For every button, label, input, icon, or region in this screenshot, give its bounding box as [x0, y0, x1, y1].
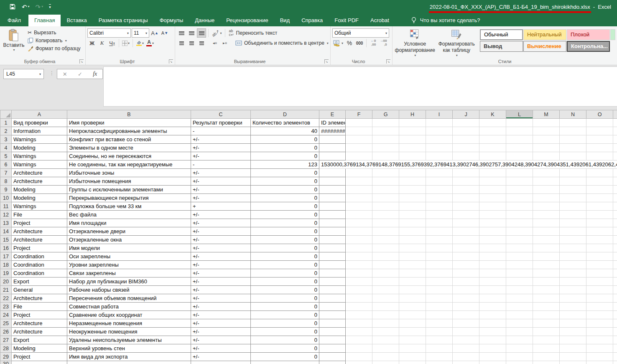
cell-B1[interactable]: Имя проверки [67, 119, 191, 127]
cell-empty[interactable] [399, 177, 426, 186]
cell-empty[interactable] [506, 152, 533, 160]
row-header-2[interactable]: 2 [0, 127, 12, 135]
cell-empty[interactable] [586, 303, 613, 311]
cell-C20[interactable]: +/- [191, 277, 251, 286]
cell-empty[interactable] [586, 311, 613, 319]
cell-empty[interactable] [372, 177, 399, 186]
cell-B5[interactable]: Соединены, но не пересекаются [67, 152, 191, 160]
cell-empty[interactable] [506, 344, 533, 353]
wrap-text-button[interactable]: abc↵ Переносить текст [227, 28, 279, 38]
cell-empty[interactable] [399, 261, 426, 269]
cell-empty[interactable] [586, 328, 613, 336]
copy-button[interactable]: Копировать▾ [26, 37, 82, 44]
cell-B29[interactable]: Имя вида для экспорта [67, 353, 191, 361]
cell-empty[interactable] [506, 127, 533, 135]
cell-D3[interactable]: 0 [251, 135, 319, 144]
cut-button[interactable]: ✂Вырезать [26, 29, 82, 36]
cell-empty[interactable] [506, 303, 533, 311]
cell-style-0[interactable]: Обычный [480, 29, 523, 40]
cell-empty[interactable] [586, 319, 613, 328]
cell-empty[interactable] [560, 344, 586, 353]
cell-empty[interactable] [586, 261, 613, 269]
cell-empty[interactable] [560, 236, 586, 244]
cell-empty[interactable] [560, 277, 586, 286]
cell-empty[interactable] [613, 227, 617, 236]
row-header-23[interactable]: 23 [0, 303, 12, 311]
cell-empty[interactable] [426, 294, 453, 303]
cell-empty[interactable] [346, 152, 372, 160]
cell-empty[interactable] [613, 319, 617, 328]
cell-empty[interactable] [613, 127, 617, 135]
cell-A16[interactable]: Project [12, 244, 67, 252]
cell-A13[interactable]: Project [12, 219, 67, 227]
cell-empty[interactable] [479, 252, 506, 261]
cell-E28[interactable] [319, 344, 346, 353]
font-dialog-launcher[interactable]: ↘ [169, 59, 173, 64]
cell-empty[interactable] [560, 361, 586, 364]
cell-empty[interactable] [426, 169, 453, 177]
cell-empty[interactable] [560, 319, 586, 328]
cell-empty[interactable] [453, 294, 479, 303]
borders-button[interactable]: ▾ [121, 38, 130, 48]
save-button[interactable] [9, 3, 16, 10]
cell-D25[interactable]: 0 [251, 319, 319, 328]
cell-empty[interactable] [453, 252, 479, 261]
cell-empty[interactable] [372, 211, 399, 219]
cell-empty[interactable] [560, 227, 586, 236]
cell-D14[interactable]: 0 [251, 227, 319, 236]
cell-empty[interactable] [586, 119, 613, 127]
cell-empty[interactable] [346, 303, 372, 311]
cell-empty[interactable] [560, 144, 586, 152]
cell-E2[interactable]: ######### [319, 127, 346, 135]
cell-empty[interactable] [533, 294, 560, 303]
cell-empty[interactable] [426, 336, 453, 344]
cell-empty[interactable] [560, 261, 586, 269]
cell-empty[interactable] [399, 211, 426, 219]
cell-empty[interactable] [426, 244, 453, 252]
cell-empty[interactable] [399, 119, 426, 127]
cell-empty[interactable] [479, 219, 506, 227]
cell-C8[interactable]: +/- [191, 177, 251, 186]
cell-empty[interactable] [453, 202, 479, 211]
cell-empty[interactable] [533, 336, 560, 344]
cell-empty[interactable] [346, 286, 372, 294]
row-header-19[interactable]: 19 [0, 269, 12, 277]
cell-E17[interactable] [319, 252, 346, 261]
cell-empty[interactable] [479, 202, 506, 211]
increase-decimal-button[interactable]: ←0,00 [369, 38, 378, 48]
cell-B24[interactable]: Сравнение общих координат [67, 311, 191, 319]
cell-empty[interactable] [533, 328, 560, 336]
cell-empty[interactable] [533, 269, 560, 277]
cell-empty[interactable] [12, 361, 67, 364]
cell-D18[interactable]: 0 [251, 261, 319, 269]
insert-function-button[interactable]: fx [93, 71, 97, 77]
cell-D10[interactable]: 0 [251, 194, 319, 202]
cell-empty[interactable] [479, 244, 506, 252]
cell-E5[interactable] [319, 152, 346, 160]
formula-input[interactable] [103, 66, 617, 107]
cell-empty[interactable] [533, 119, 560, 127]
cell-empty[interactable] [506, 328, 533, 336]
cell-empty[interactable] [346, 227, 372, 236]
cell-empty[interactable] [560, 336, 586, 344]
cell-empty[interactable] [399, 135, 426, 144]
cell-empty[interactable] [586, 236, 613, 244]
cell-empty[interactable] [533, 319, 560, 328]
cell-empty[interactable] [399, 202, 426, 211]
cell-empty[interactable] [560, 294, 586, 303]
cell-empty[interactable] [586, 169, 613, 177]
cell-empty[interactable] [533, 344, 560, 353]
bold-button[interactable]: Ж [87, 38, 97, 48]
cell-B16[interactable]: Имя модели [67, 244, 191, 252]
cell-C5[interactable]: +/- [191, 152, 251, 160]
cell-D15[interactable]: 0 [251, 236, 319, 244]
row-header-28[interactable]: 28 [0, 344, 12, 353]
cell-empty[interactable] [372, 202, 399, 211]
cell-empty[interactable] [613, 186, 617, 194]
cell-empty[interactable] [346, 144, 372, 152]
cell-empty[interactable] [479, 286, 506, 294]
cell-empty[interactable] [560, 135, 586, 144]
cell-empty[interactable] [191, 361, 251, 364]
cell-empty[interactable] [506, 186, 533, 194]
cell-empty[interactable] [613, 336, 617, 344]
